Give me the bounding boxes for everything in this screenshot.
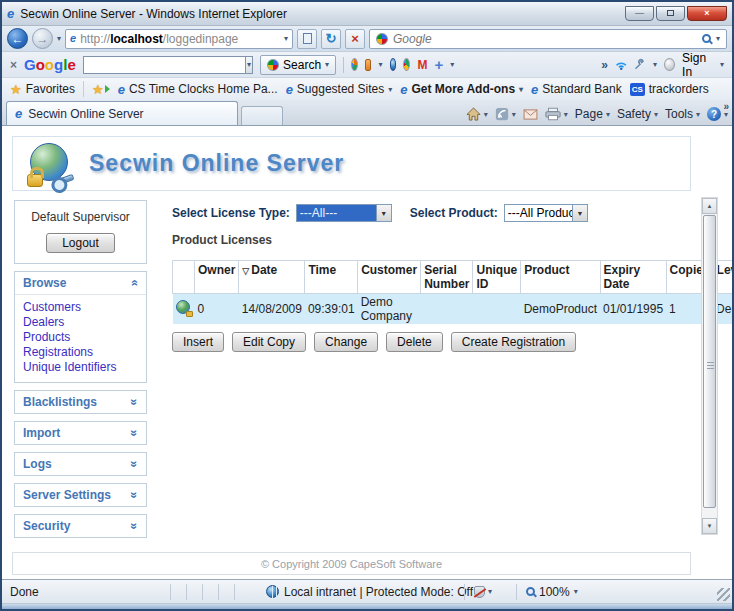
column-product[interactable]: Product	[521, 261, 600, 294]
change-button[interactable]: Change	[314, 332, 378, 352]
print-dropdown[interactable]: ▾	[564, 110, 568, 119]
get-more-addons-dropdown[interactable]: ▾	[519, 85, 523, 94]
restore-button[interactable]	[656, 6, 685, 21]
add-gadget-dropdown[interactable]: ▾	[450, 60, 454, 69]
read-mail-button[interactable]	[523, 109, 538, 120]
stop-button[interactable]: ×	[345, 29, 365, 49]
notebook-dropdown[interactable]: ▾	[378, 60, 382, 69]
back-button[interactable]: ←	[7, 28, 28, 49]
tools-menu[interactable]: Tools ▾	[665, 107, 700, 121]
sign-in-dropdown[interactable]: ▾	[720, 60, 724, 69]
delete-button[interactable]: Delete	[386, 332, 443, 352]
home-dropdown[interactable]: ▾	[484, 110, 488, 119]
toolbar-close-icon[interactable]: ×	[10, 58, 17, 72]
compatibility-view-button[interactable]	[297, 29, 317, 49]
column-customer[interactable]: Customer	[358, 261, 421, 294]
search-icon[interactable]	[702, 34, 711, 43]
table-row[interactable]: 0 14/08/2009 09:39:01 Demo Company DemoP…	[173, 294, 734, 325]
feeds-button[interactable]: ▾	[495, 107, 516, 121]
zoom-dropdown[interactable]: ▾	[574, 587, 578, 596]
favorites-button[interactable]: ★ Favorites	[10, 82, 75, 97]
sidebar-item-registrations[interactable]: Registrations	[23, 345, 138, 360]
favorite-item-suggested-sites[interactable]: e Suggested Sites ▾	[286, 82, 393, 96]
column-unique-id[interactable]: Unique ID	[473, 261, 521, 294]
google-search-history-dropdown[interactable]: ▾	[245, 56, 253, 74]
create-registration-button[interactable]: Create Registration	[451, 332, 576, 352]
toolbar-overflow-icon[interactable]: »	[601, 58, 608, 72]
favorite-item-get-more-addons[interactable]: e Get More Add-ons ▾	[400, 82, 523, 96]
favorite-item-cs-time-clocks[interactable]: e CS Time Clocks Home Pa...	[118, 82, 278, 96]
new-tab-button[interactable]	[241, 106, 283, 125]
print-button[interactable]: ▾	[545, 107, 568, 121]
ie-page-icon: e	[531, 83, 538, 96]
tab-secwin-online-server[interactable]: e Secwin Online Server	[6, 101, 238, 125]
page-menu[interactable]: Page ▾	[575, 107, 610, 121]
insert-button[interactable]: Insert	[172, 332, 224, 352]
sign-in-button[interactable]: Sign In	[682, 51, 713, 79]
scroll-up-button[interactable]: ▲	[702, 198, 717, 214]
page-header: Secwin Online Server	[12, 136, 691, 191]
address-field[interactable]: e http://localhost/loggedinpage ▾	[65, 29, 293, 49]
search-options-dropdown[interactable]: ▾	[716, 34, 720, 43]
column-owner[interactable]: Owner	[195, 261, 239, 294]
server-settings-accordion-header[interactable]: Server Settings »	[15, 484, 146, 506]
blacklistings-accordion-header[interactable]: Blacklistings »	[15, 391, 146, 413]
favorite-item-trackorders[interactable]: CS trackorders	[630, 82, 709, 96]
zoom-control[interactable]: 100% ▾	[526, 585, 578, 599]
url-history-dropdown[interactable]: ▾	[284, 34, 288, 43]
google-search-input[interactable]	[83, 56, 245, 74]
resize-grip[interactable]	[717, 588, 730, 601]
add-favorite-button[interactable]: ★	[92, 82, 110, 97]
column-expiry-date[interactable]: Expiry Date	[600, 261, 666, 294]
scrollbar-thumb[interactable]	[703, 215, 716, 508]
column-icon[interactable]	[173, 261, 195, 294]
server-settings-label: Server Settings	[23, 488, 111, 502]
license-type-select[interactable]: ---All--- ▼	[296, 204, 392, 222]
refresh-button[interactable]: ↻	[321, 29, 341, 49]
wrench-icon[interactable]	[634, 58, 646, 72]
browser-search-box[interactable]: Google ▾	[369, 29, 727, 49]
google-search-button[interactable]: Search ▾	[260, 55, 336, 75]
inprivate-filter-control[interactable]: ▾	[474, 586, 492, 598]
column-serial-number[interactable]: Serial Number	[421, 261, 473, 294]
product-select[interactable]: ---All Products--- ▼	[504, 204, 588, 222]
feeds-dropdown[interactable]: ▾	[512, 110, 516, 119]
toolbar-options-dropdown[interactable]: ▾	[653, 60, 657, 69]
vertical-scrollbar[interactable]: ▲ ▼	[701, 197, 718, 535]
stop-icon: ×	[351, 31, 359, 46]
logout-button[interactable]: Logout	[46, 233, 115, 253]
suggested-sites-dropdown[interactable]: ▾	[388, 85, 392, 94]
logs-accordion-header[interactable]: Logs »	[15, 453, 146, 475]
google-earth-icon[interactable]	[390, 58, 397, 71]
share-wifi-icon[interactable]	[615, 58, 627, 71]
inprivate-filter-dropdown[interactable]: ▾	[488, 587, 492, 596]
favorite-item-standard-bank[interactable]: e Standard Bank	[531, 82, 622, 96]
edit-copy-button[interactable]: Edit Copy	[232, 332, 306, 352]
scroll-down-button[interactable]: ▼	[702, 518, 717, 534]
column-date[interactable]: ▽Date	[239, 261, 305, 294]
picasa-icon[interactable]	[403, 58, 410, 71]
select-dropdown-icon[interactable]: ▼	[572, 205, 587, 221]
home-button[interactable]: ▾	[466, 107, 488, 121]
minimize-button[interactable]: —	[625, 6, 654, 21]
sidebar-item-customers[interactable]: Customers	[23, 300, 138, 315]
security-accordion-header[interactable]: Security »	[15, 515, 146, 537]
safety-menu[interactable]: Safety ▾	[617, 107, 658, 121]
forward-button[interactable]: →	[32, 28, 53, 49]
recent-pages-dropdown[interactable]: ▾	[57, 34, 61, 43]
gmail-icon[interactable]: M	[417, 58, 427, 72]
browse-accordion-header[interactable]: Browse »	[15, 272, 146, 294]
notebook-icon[interactable]	[365, 59, 372, 71]
add-gadget-icon[interactable]: +	[434, 56, 443, 73]
sidebar-item-dealers[interactable]: Dealers	[23, 315, 138, 330]
close-button[interactable]: ×	[687, 6, 727, 21]
sidebar-item-unique-identifiers[interactable]: Unique Identifiers	[23, 360, 138, 375]
import-accordion-header[interactable]: Import »	[15, 422, 146, 444]
google-search-dropdown[interactable]: ▾	[325, 60, 329, 69]
sidewiki-icon[interactable]	[351, 58, 358, 71]
select-dropdown-icon[interactable]: ▼	[376, 205, 391, 221]
intranet-globe-icon	[266, 585, 279, 598]
sidebar-item-products[interactable]: Products	[23, 330, 138, 345]
column-time[interactable]: Time	[305, 261, 358, 294]
command-overflow-icon[interactable]: »	[723, 101, 729, 112]
